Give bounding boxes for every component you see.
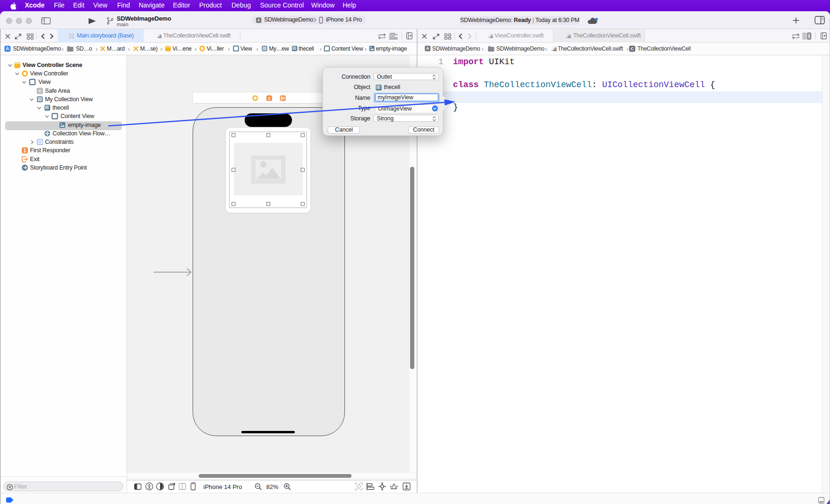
svg-text:1: 1 bbox=[23, 148, 26, 153]
svg-text:C: C bbox=[631, 46, 634, 51]
